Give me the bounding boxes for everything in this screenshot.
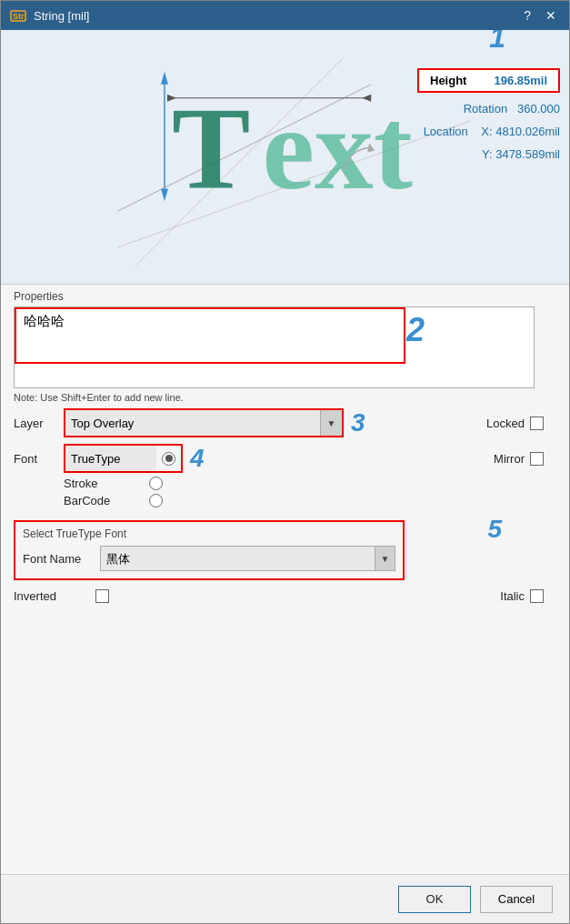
height-label: Height [430, 74, 466, 87]
string-icon: Str [10, 7, 26, 24]
font-name-row: Font Name 黑体 ▼ [23, 546, 395, 571]
location-y-row: Y: 3478.589mil [417, 147, 560, 161]
text-area-container: 2 哈哈哈 [14, 306, 535, 388]
annotation-4: 4 [190, 446, 205, 471]
font-name-arrow: ▼ [375, 547, 395, 570]
annotation-5: 5 [487, 515, 502, 544]
height-value: 196.85mil [494, 74, 547, 87]
stroke-row: Stroke [64, 477, 556, 490]
locked-checkbox[interactable] [530, 417, 544, 430]
mirror-label: Mirror [494, 452, 525, 466]
italic-row: Italic [500, 589, 556, 603]
dialog-title: String [mil] [34, 9, 89, 23]
location-x-row: Location X: 4810.026mil [417, 125, 560, 138]
font-truetype-label: TrueType [65, 446, 156, 471]
info-panel: 1 Height 196.85mil Rotation 360.000 Loca… [417, 48, 560, 161]
svg-marker-12 [161, 188, 168, 201]
barcode-row: BarCode [64, 494, 556, 507]
svg-text:T: T [172, 84, 250, 214]
y-value: 3478.589mil [495, 147, 560, 161]
stroke-label: Stroke [64, 477, 145, 490]
layer-select-arrow: ▼ [320, 410, 342, 436]
title-bar-left: Str String [mil] [10, 7, 89, 24]
annotation-3: 3 [351, 410, 365, 436]
font-truetype-wrap: TrueType [64, 444, 183, 473]
dialog-footer: OK Cancel [1, 874, 569, 923]
font-truetype-radio[interactable] [162, 452, 175, 466]
locked-label: Locked [486, 417, 525, 430]
barcode-radio[interactable] [149, 494, 163, 507]
svg-text:ext: ext [263, 84, 413, 214]
help-button[interactable]: ? [520, 8, 535, 23]
preview-area: T ext 1 Height [1, 30, 569, 285]
dialog-content: T ext 1 Height [1, 30, 569, 874]
inverted-label: Inverted [14, 589, 95, 603]
height-box: Height 196.85mil [417, 68, 560, 93]
truetype-section: Select TrueType Font Font Name 黑体 ▼ [14, 520, 405, 580]
note-text: Note: Use Shift+Enter to add new line. [14, 392, 556, 403]
bold-row: Inverted Italic [14, 589, 556, 603]
x-label: X: [481, 125, 492, 138]
annotation-1: 1 [489, 30, 505, 55]
inverted-checkbox[interactable] [95, 589, 109, 603]
rotation-value: 360.000 [517, 102, 560, 116]
properties-label: Properties [14, 290, 556, 303]
text-input[interactable]: 哈哈哈 [15, 307, 405, 364]
rotation-row: Rotation 360.000 [417, 102, 560, 116]
dialog-window: Str String [mil] ? ✕ T [0, 0, 570, 924]
italic-label: Italic [500, 589, 525, 603]
mirror-checkbox[interactable] [530, 452, 544, 466]
ok-button[interactable]: OK [398, 886, 471, 913]
locked-row: Locked [486, 417, 556, 430]
properties-section: Properties 2 哈哈哈 Note: Use Shift+Enter t… [1, 285, 569, 874]
svg-marker-11 [161, 72, 168, 85]
svg-text:Str: Str [13, 12, 25, 21]
title-bar-controls: ? ✕ [520, 8, 560, 23]
mirror-row: Mirror [494, 452, 556, 466]
barcode-label: BarCode [64, 494, 145, 507]
font-name-label: Font Name [23, 552, 100, 566]
font-name-select[interactable]: 黑体 [101, 547, 375, 570]
rotation-label: Rotation [464, 102, 507, 116]
annotation-2: 2 [406, 311, 425, 349]
font-label: Font [14, 452, 64, 466]
truetype-section-wrap: 5 Select TrueType Font Font Name 黑体 ▼ [14, 515, 556, 586]
layer-select[interactable]: Top Overlay Bottom Overlay [65, 410, 320, 436]
stroke-radio[interactable] [149, 477, 163, 490]
location-label: Location [424, 125, 468, 138]
layer-label: Layer [14, 417, 64, 430]
font-row: Font TrueType 4 Mirror [14, 444, 556, 473]
layer-row: Layer Top Overlay Bottom Overlay ▼ 3 Loc… [14, 408, 556, 437]
x-value: 4810.026mil [495, 125, 560, 138]
close-button[interactable]: ✕ [542, 8, 560, 23]
font-name-select-wrap: 黑体 ▼ [100, 546, 395, 571]
title-bar: Str String [mil] ? ✕ [1, 1, 569, 30]
y-label: Y: [482, 147, 493, 161]
cancel-button[interactable]: Cancel [480, 886, 553, 913]
layer-select-wrap: Top Overlay Bottom Overlay ▼ [64, 408, 344, 437]
truetype-section-label: Select TrueType Font [23, 527, 395, 540]
italic-checkbox[interactable] [530, 589, 544, 603]
